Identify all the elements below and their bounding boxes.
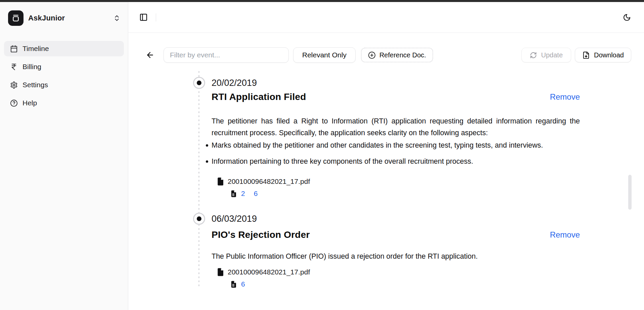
main-header	[128, 2, 644, 33]
update-label: Update	[541, 51, 563, 59]
filter-input[interactable]	[164, 47, 289, 63]
attachment-pages: 2 6	[212, 190, 580, 198]
file-download-icon	[582, 51, 590, 59]
gear-icon	[10, 81, 18, 89]
panel-left-icon	[139, 13, 148, 21]
sidebar-nav: Timeline Billing Settings	[0, 28, 128, 111]
timeline-event: 20/02/2019 RTI Application Filed Remove …	[212, 78, 580, 198]
update-button[interactable]: Update	[521, 48, 571, 62]
sidebar-item-label: Settings	[22, 81, 48, 89]
sidebar: AskJunior Timeline	[0, 2, 128, 310]
event-bullet: Marks obtained by the petitioner and oth…	[212, 140, 580, 151]
event-description: The Public Information Officer (PIO) iss…	[212, 251, 580, 262]
sidebar-item-label: Timeline	[22, 45, 49, 53]
sidebar-item-timeline[interactable]: Timeline	[4, 41, 124, 56]
attachment-pages: 6	[212, 280, 580, 288]
toolbar: Relevant Only Reference Doc.	[146, 47, 631, 63]
window-top-strip	[0, 0, 644, 2]
file-text-icon	[230, 190, 236, 197]
scrollbar-thumb[interactable]	[628, 175, 632, 210]
calendar-icon	[10, 45, 18, 53]
timeline-events: 20/02/2019 RTI Application Filed Remove …	[128, 63, 644, 288]
app-logo	[8, 10, 24, 26]
app-shell: AskJunior Timeline	[0, 2, 644, 310]
page-link[interactable]: 6	[241, 280, 245, 288]
sidebar-toggle-button[interactable]	[139, 13, 148, 21]
arrow-left-icon	[146, 51, 154, 59]
sidebar-item-settings[interactable]: Settings	[4, 77, 124, 93]
reference-doc-button[interactable]: Reference Doc.	[361, 48, 433, 62]
moon-icon	[623, 13, 631, 21]
download-button[interactable]: Download	[575, 48, 631, 62]
sidebar-item-help[interactable]: Help	[4, 95, 124, 111]
refresh-icon	[530, 52, 537, 59]
timeline: 20/02/2019 RTI Application Filed Remove …	[128, 63, 644, 288]
event-date: 20/02/2019	[212, 78, 580, 88]
back-button[interactable]	[146, 51, 154, 59]
app-name: AskJunior	[28, 14, 113, 22]
sidebar-item-label: Billing	[22, 63, 41, 71]
remove-event-link[interactable]: Remove	[550, 229, 580, 240]
page-link[interactable]: 6	[254, 190, 258, 198]
event-title: PIO's Rejection Order	[212, 229, 310, 241]
sidebar-item-label: Help	[22, 99, 37, 107]
theme-toggle-button[interactable]	[623, 13, 631, 21]
plus-circle-icon	[368, 51, 376, 59]
event-title: RTI Application Filed	[212, 91, 306, 103]
download-label: Download	[594, 51, 624, 59]
timeline-event: 06/03/2019 PIO's Rejection Order Remove …	[212, 213, 580, 288]
event-attachment: 200100096482021_17.pdf	[212, 176, 580, 198]
attachment-filename: 200100096482021_17.pdf	[228, 268, 310, 276]
reference-doc-label: Reference Doc.	[379, 51, 426, 59]
file-icon	[217, 177, 223, 186]
sidebar-item-billing[interactable]: Billing	[4, 59, 124, 74]
event-bullet: Information pertaining to three key comp…	[212, 156, 580, 167]
header-divider	[156, 13, 156, 21]
chevrons-up-down-icon	[113, 14, 121, 22]
help-icon	[10, 99, 18, 107]
attachment-file[interactable]: 200100096482021_17.pdf	[212, 176, 580, 187]
archive-icon	[11, 14, 20, 22]
event-attachment: 200100096482021_17.pdf	[212, 267, 580, 288]
content-area: Relevant Only Reference Doc.	[128, 33, 644, 310]
page-link[interactable]: 2	[241, 190, 245, 198]
relevant-only-button[interactable]: Relevant Only	[293, 47, 356, 63]
file-icon	[217, 268, 223, 276]
main-panel: Relevant Only Reference Doc.	[128, 2, 644, 310]
attachment-filename: 200100096482021_17.pdf	[228, 177, 310, 186]
file-text-icon	[230, 281, 236, 288]
event-bullet-list: Marks obtained by the petitioner and oth…	[212, 140, 580, 167]
timeline-node	[193, 213, 205, 225]
event-date: 06/03/2019	[212, 213, 580, 224]
timeline-node	[193, 77, 205, 89]
rupee-icon	[10, 63, 18, 71]
workspace-switcher[interactable]: AskJunior	[0, 2, 128, 28]
event-description: The petitioner has filed a Right to Info…	[212, 115, 580, 139]
attachment-file[interactable]: 200100096482021_17.pdf	[212, 267, 580, 277]
remove-event-link[interactable]: Remove	[550, 92, 580, 102]
